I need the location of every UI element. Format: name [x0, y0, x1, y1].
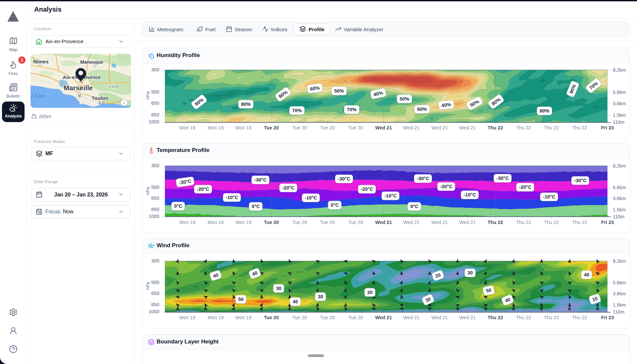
svg-text:f Lion: f Lion [31, 93, 45, 99]
svg-text:Nîmes: Nîmes [33, 59, 49, 64]
svg-text:VAR: VAR [109, 85, 119, 89]
svg-text:Marseille: Marseille [64, 84, 93, 92]
svg-text:Manosque: Manosque [80, 59, 103, 65]
svg-text:Toulon: Toulon [92, 95, 108, 101]
